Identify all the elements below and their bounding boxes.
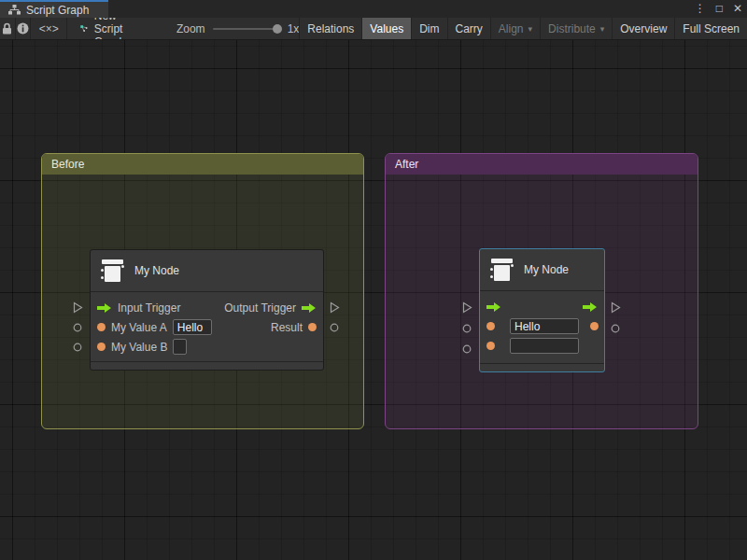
trigger-port-outline-icon[interactable] <box>73 301 83 314</box>
value-port-outline-icon[interactable] <box>330 323 339 332</box>
chevron-down-icon: ▾ <box>529 24 533 34</box>
align-label: Align <box>499 22 524 35</box>
zoom-slider-handle[interactable] <box>273 24 282 34</box>
value-port-outline-icon[interactable] <box>462 344 472 354</box>
node-before-body: Input Trigger Output Trigger My Value A … <box>91 292 323 357</box>
unit-node-icon <box>487 256 515 284</box>
align-dropdown-button[interactable]: Align▾ <box>490 18 540 39</box>
fullscreen-label: Full Screen <box>683 22 740 35</box>
value-b-input[interactable] <box>510 338 579 354</box>
maximize-icon[interactable]: □ <box>716 0 723 18</box>
zoom-slider-track[interactable] <box>213 28 280 30</box>
value-out-port-icon[interactable] <box>308 323 317 331</box>
unit-node-icon <box>98 257 126 285</box>
relations-label: Relations <box>307 22 354 35</box>
values-button[interactable]: Values <box>361 18 411 39</box>
trigger-port-outline-icon[interactable] <box>611 301 621 314</box>
node-row-value-b: My Value B <box>91 337 323 357</box>
code-view-toggle-button[interactable]: <×> <box>31 18 67 39</box>
chevron-down-icon: ▾ <box>600 24 605 34</box>
node-before-ext-outputs <box>330 249 341 371</box>
group-before-header[interactable]: Before <box>42 154 363 175</box>
node-after-body <box>480 291 604 356</box>
distribute-dropdown-button[interactable]: Distribute▾ <box>540 18 612 39</box>
node-before-wrap: My Node Input Trigger Output Trigger My … <box>90 249 324 371</box>
node-after-ext-outputs <box>611 248 622 372</box>
value-a-input[interactable] <box>510 318 579 334</box>
value-port-outline-icon[interactable] <box>462 324 472 333</box>
node-after[interactable]: My Node <box>479 248 605 372</box>
overview-label: Overview <box>620 22 667 35</box>
node-before-ext-inputs <box>73 249 84 371</box>
node-row-value-b <box>480 336 604 356</box>
value-a-label: My Value A <box>111 321 167 334</box>
value-out-port-icon[interactable] <box>590 322 599 330</box>
output-trigger-label: Output Trigger <box>224 301 296 315</box>
value-b-input[interactable] <box>173 339 187 355</box>
relations-button[interactable]: Relations <box>299 18 361 39</box>
value-in-port-icon[interactable] <box>486 342 495 350</box>
info-icon <box>17 22 29 35</box>
node-before-title: My Node <box>134 264 179 277</box>
tab-title: Script Graph <box>26 4 89 17</box>
zoom-control: Zoom 1x <box>176 18 299 39</box>
lock-icon <box>2 22 12 35</box>
fullscreen-button[interactable]: Full Screen <box>674 18 747 39</box>
node-after-ext-inputs <box>462 248 473 372</box>
value-port-outline-icon[interactable] <box>611 324 620 333</box>
value-in-port-icon[interactable] <box>486 322 495 330</box>
node-row-trigger: Input Trigger Output Trigger <box>91 298 323 317</box>
graph-canvas[interactable]: Before After My <box>0 40 747 560</box>
value-in-port-icon[interactable] <box>97 323 106 331</box>
value-b-label: My Value B <box>111 341 167 354</box>
value-port-outline-icon[interactable] <box>73 343 82 352</box>
trigger-in-port-icon[interactable] <box>486 301 501 313</box>
input-trigger-label: Input Trigger <box>118 301 180 315</box>
node-after-wrap: My Node <box>479 248 605 372</box>
code-view-icon: <×> <box>39 22 59 35</box>
dim-button[interactable]: Dim <box>411 18 446 39</box>
graph-toolbar: <×> New Script Graph Zoom 1x Relations V… <box>0 18 747 40</box>
distribute-label: Distribute <box>548 22 596 35</box>
graph-hierarchy-icon <box>8 5 21 15</box>
info-button[interactable] <box>16 18 32 39</box>
node-after-footer <box>480 363 604 371</box>
graph-name-area: New Script Graph <box>67 18 151 39</box>
dim-label: Dim <box>419 22 439 35</box>
window-controls: ⋮ □ ✕ <box>695 0 742 18</box>
trigger-port-outline-icon[interactable] <box>462 301 472 314</box>
value-a-input[interactable] <box>173 319 212 335</box>
group-before-title: Before <box>51 158 84 171</box>
group-after-header[interactable]: After <box>386 154 698 175</box>
node-before-header[interactable]: My Node <box>91 250 323 292</box>
value-in-port-icon[interactable] <box>97 343 106 351</box>
graph-name-label: New Script Graph <box>94 18 143 40</box>
trigger-out-port-icon[interactable] <box>583 301 598 313</box>
trigger-port-outline-icon[interactable] <box>330 301 340 314</box>
lock-button[interactable] <box>0 18 16 39</box>
values-label: Values <box>370 22 403 35</box>
result-label: Result <box>271 321 303 334</box>
carry-button[interactable]: Carry <box>447 18 490 39</box>
node-row-value-a: My Value A Result <box>91 317 323 337</box>
node-after-title: My Node <box>524 263 569 276</box>
script-graph-asset-icon <box>80 22 88 35</box>
script-graph-window: Script Graph ⋮ □ ✕ <×> <box>0 0 747 560</box>
value-port-outline-icon[interactable] <box>73 323 82 332</box>
group-after-title: After <box>395 158 418 171</box>
tab-script-graph[interactable]: Script Graph <box>0 0 108 18</box>
tab-strip: Script Graph ⋮ □ ✕ <box>0 0 747 18</box>
overview-button[interactable]: Overview <box>612 18 674 39</box>
node-before[interactable]: My Node Input Trigger Output Trigger My … <box>90 249 324 371</box>
menu-icon[interactable]: ⋮ <box>695 0 706 18</box>
node-before-footer <box>91 361 323 370</box>
zoom-label: Zoom <box>176 22 205 35</box>
node-row-trigger <box>480 297 604 316</box>
node-row-value-a <box>480 316 604 336</box>
node-after-header[interactable]: My Node <box>480 249 604 291</box>
carry-label: Carry <box>456 22 483 35</box>
close-icon[interactable]: ✕ <box>733 0 742 18</box>
trigger-out-port-icon[interactable] <box>302 302 317 314</box>
zoom-value: 1x <box>288 22 300 35</box>
trigger-in-port-icon[interactable] <box>97 302 112 314</box>
